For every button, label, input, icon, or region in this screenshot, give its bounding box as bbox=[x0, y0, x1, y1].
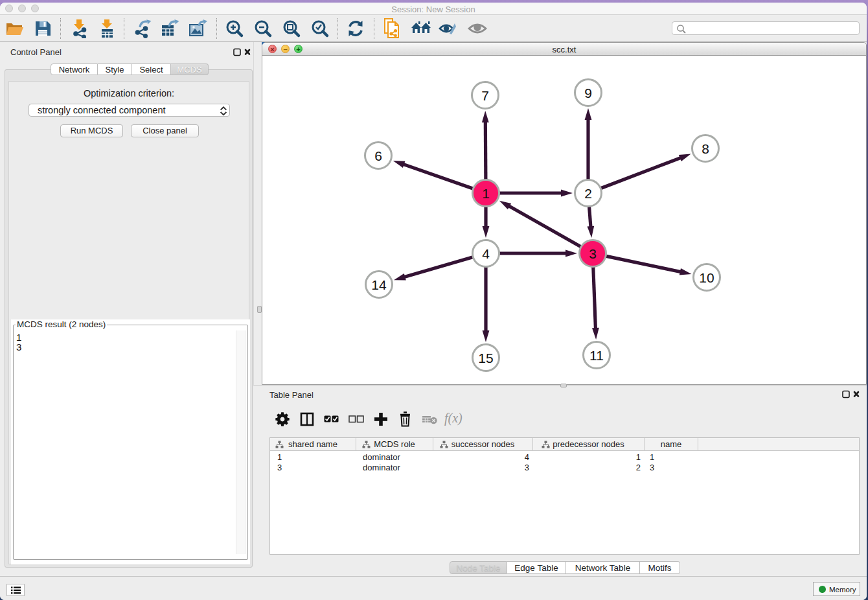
svg-text:6: 6 bbox=[374, 148, 382, 163]
svg-text:1: 1 bbox=[482, 186, 490, 201]
svg-text:3: 3 bbox=[589, 246, 597, 261]
svg-text:2: 2 bbox=[584, 186, 592, 201]
svg-text:14: 14 bbox=[371, 277, 387, 292]
svg-text:15: 15 bbox=[478, 351, 493, 365]
svg-text:11: 11 bbox=[589, 348, 604, 363]
svg-text:8: 8 bbox=[702, 141, 709, 156]
svg-text:7: 7 bbox=[481, 88, 489, 103]
svg-text:9: 9 bbox=[584, 86, 592, 100]
svg-text:10: 10 bbox=[699, 270, 714, 285]
svg-text:4: 4 bbox=[482, 246, 490, 261]
